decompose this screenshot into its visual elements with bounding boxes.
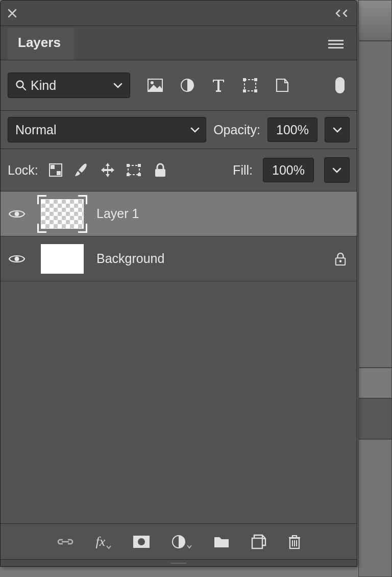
- panel-resize-handle[interactable]: [1, 559, 357, 566]
- filter-shape-button[interactable]: [242, 78, 258, 93]
- new-layer-button[interactable]: [251, 534, 266, 549]
- svg-rect-2: [328, 47, 344, 49]
- filter-kind-label: Kind: [31, 78, 56, 93]
- eye-icon: [8, 208, 26, 220]
- layers-panel: Layers Kind: [0, 0, 357, 567]
- opacity-dropdown-button[interactable]: [325, 117, 350, 142]
- layer-row[interactable]: Background: [1, 236, 357, 281]
- filter-type-icons: [148, 78, 289, 93]
- new-layer-icon: [251, 534, 266, 549]
- filter-smartobject-button[interactable]: [275, 78, 289, 93]
- svg-rect-16: [128, 165, 139, 175]
- opacity-label: Opacity:: [213, 123, 260, 137]
- opacity-value-field[interactable]: 100%: [267, 117, 317, 142]
- layer-name[interactable]: Layer 1: [96, 206, 347, 221]
- lock-icon: [334, 252, 347, 266]
- shape-icon: [242, 78, 258, 93]
- layer-list: Layer 1 Background: [1, 191, 357, 523]
- svg-rect-0: [328, 40, 344, 41]
- svg-rect-21: [155, 169, 165, 177]
- fill-label: Fill:: [233, 163, 253, 178]
- panel-menu-button[interactable]: [328, 39, 344, 50]
- blend-mode-dropdown[interactable]: Normal: [8, 117, 206, 142]
- svg-rect-17: [127, 164, 130, 167]
- smartobject-icon: [275, 78, 289, 93]
- external-ui-fragment: [358, 0, 392, 41]
- fill-value-field[interactable]: 100%: [263, 158, 314, 182]
- layer-thumbnail[interactable]: [38, 196, 86, 232]
- layer-visibility-toggle[interactable]: [6, 248, 28, 270]
- eye-icon: [8, 253, 26, 265]
- svg-rect-8: [244, 80, 256, 91]
- layer-locked-indicator[interactable]: [334, 252, 347, 266]
- lock-pixels-button[interactable]: [73, 162, 89, 178]
- chevron-down-icon: [190, 127, 200, 133]
- panel-footer: fx: [1, 523, 357, 559]
- fill-dropdown-button[interactable]: [324, 157, 350, 183]
- image-icon: [148, 79, 163, 92]
- lock-transparency-button[interactable]: [48, 163, 63, 177]
- link-layers-button[interactable]: [56, 537, 75, 547]
- delete-layer-button[interactable]: [288, 534, 301, 549]
- svg-line-4: [22, 87, 26, 90]
- filter-pixel-button[interactable]: [148, 79, 163, 92]
- chevron-down-icon: [332, 167, 341, 173]
- close-panel-button[interactable]: [8, 9, 17, 18]
- new-group-button[interactable]: [213, 535, 230, 548]
- adjustment-icon: [180, 78, 194, 92]
- chevron-down-icon: [187, 545, 192, 549]
- svg-rect-1: [328, 43, 344, 45]
- add-adjustment-layer-button[interactable]: [172, 535, 192, 549]
- filter-row: Kind: [1, 60, 357, 110]
- svg-rect-18: [138, 164, 141, 167]
- svg-rect-15: [57, 171, 61, 175]
- external-ui-fragment: [358, 439, 392, 577]
- svg-rect-30: [252, 538, 262, 548]
- link-icon: [56, 537, 75, 547]
- filter-toggle[interactable]: [335, 77, 345, 93]
- filter-type-button[interactable]: [212, 78, 225, 92]
- svg-rect-12: [254, 89, 257, 92]
- tab-layers[interactable]: Layers: [8, 28, 74, 60]
- layer-name[interactable]: Background: [96, 251, 324, 266]
- svg-point-28: [138, 538, 145, 545]
- external-ui-fragment: [358, 41, 392, 368]
- artboard-lock-icon: [126, 162, 143, 178]
- svg-point-23: [15, 256, 19, 261]
- lock-position-button[interactable]: [100, 162, 116, 178]
- svg-point-6: [151, 81, 154, 84]
- chevron-down-icon: [113, 82, 122, 88]
- search-icon: [15, 80, 27, 91]
- opacity-value: 100%: [276, 123, 309, 137]
- text-icon: [212, 78, 225, 92]
- svg-point-22: [15, 211, 19, 216]
- collapse-icon: [334, 10, 350, 17]
- svg-rect-14: [51, 165, 55, 169]
- blend-opacity-row: Normal Opacity: 100%: [1, 110, 357, 149]
- fx-icon: fx: [96, 534, 106, 549]
- filter-adjustment-button[interactable]: [180, 78, 194, 92]
- svg-rect-10: [254, 78, 257, 81]
- layer-visibility-toggle[interactable]: [6, 203, 28, 225]
- menu-icon: [328, 39, 344, 50]
- collapse-panel-button[interactable]: [334, 10, 350, 17]
- layer-thumbnail[interactable]: [38, 241, 86, 277]
- panel-titlebar: [1, 1, 357, 26]
- panel-tabbar: Layers: [1, 26, 357, 60]
- layer-effects-button[interactable]: fx: [96, 534, 112, 549]
- add-mask-button[interactable]: [133, 535, 150, 548]
- svg-rect-11: [243, 89, 246, 92]
- svg-rect-9: [243, 78, 246, 81]
- blend-mode-label: Normal: [15, 123, 57, 137]
- folder-icon: [213, 535, 230, 548]
- adjustment-icon: [172, 535, 186, 549]
- svg-rect-20: [138, 173, 141, 176]
- lock-label: Lock:: [8, 163, 38, 178]
- tab-label: Layers: [18, 35, 61, 50]
- lock-fill-row: Lock:: [1, 149, 357, 191]
- lock-artboard-button[interactable]: [126, 162, 143, 178]
- layer-row[interactable]: Layer 1: [1, 191, 357, 236]
- filter-kind-dropdown[interactable]: Kind: [8, 73, 130, 98]
- move-icon: [100, 162, 116, 178]
- lock-all-button[interactable]: [154, 162, 167, 178]
